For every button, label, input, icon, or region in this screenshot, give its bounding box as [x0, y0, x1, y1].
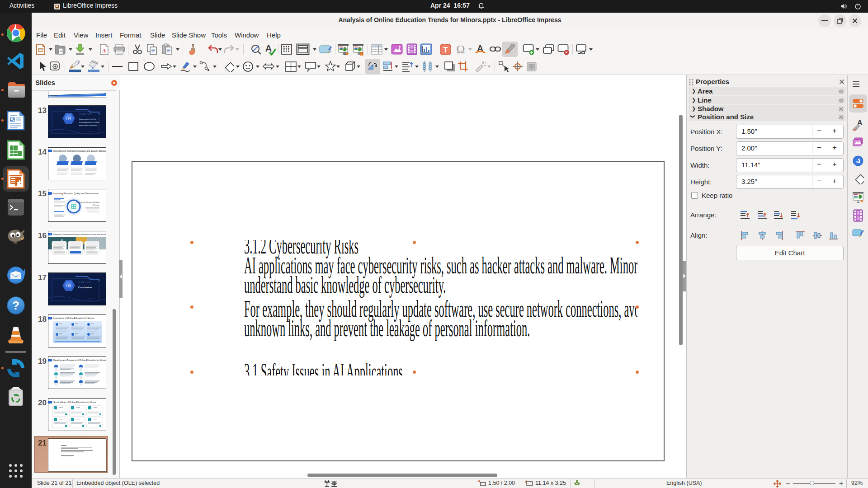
- svg-text:05: 05: [66, 283, 71, 288]
- svg-text:Development of Online: Development of Online: [79, 121, 99, 123]
- svg-text:Ω: Ω: [456, 43, 465, 56]
- svg-text:Conclusion: Conclusion: [78, 286, 92, 289]
- svg-text:Development Prospects of Onlin: Development Prospects of Online Educatio…: [53, 359, 106, 361]
- svg-text:A: A: [265, 43, 272, 53]
- svg-text:YOUR LOGO: YOUR LOGO: [79, 113, 92, 116]
- svg-text:Importance of Online Education: Importance of Online Education for Minor…: [53, 317, 94, 319]
- svg-text:YOUR LOGO: YOUR LOGO: [78, 282, 91, 284]
- svg-text:◎ ○○○: ◎ ○○○: [88, 297, 94, 300]
- svg-text:A: A: [102, 47, 106, 54]
- svg-text:Social Values of Online Educat: Social Values of Online Education for Mi…: [53, 401, 96, 404]
- svg-text:?: ?: [12, 299, 19, 312]
- svg-text:T: T: [443, 46, 448, 54]
- svg-text:Strengthening Technical Regula: Strengthening Technical Regulation and S…: [53, 150, 106, 152]
- svg-text:Change: Change: [93, 204, 100, 206]
- svg-text:◎ ○○○: ◎ ○○○: [88, 130, 94, 132]
- svg-text:Optimizing Service Method: Optimizing Service Method: [76, 201, 100, 203]
- svg-text:Suggestions for the: Suggestions for the: [79, 118, 96, 120]
- svg-text:Education for Minors: Education for Minors: [79, 124, 98, 127]
- svg-text:04: 04: [66, 116, 71, 121]
- svg-text:Improving Education Quality an: Improving Education Quality and Service …: [53, 192, 98, 195]
- svg-text:Promoting Coordination between: Promoting Coordination between Homework …: [53, 233, 106, 235]
